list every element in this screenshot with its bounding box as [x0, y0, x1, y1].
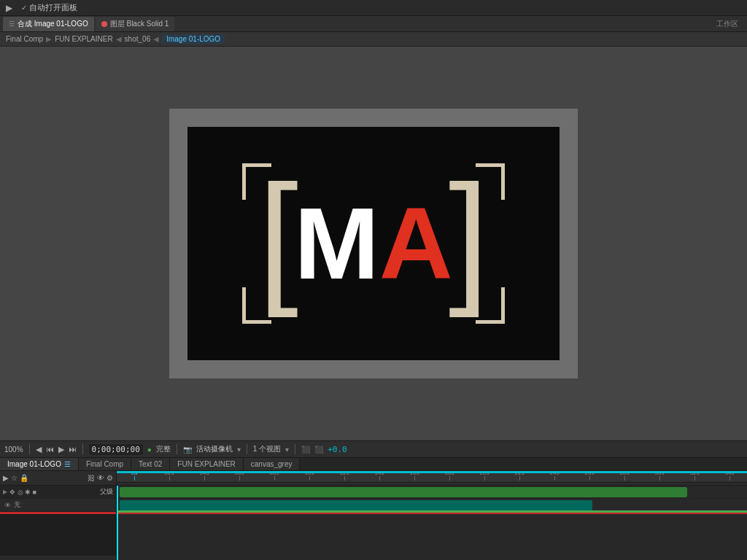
track-row-1 — [117, 486, 747, 499]
tl-canvas-label: canvas_grey — [251, 460, 293, 468]
red-top-bar — [0, 513, 116, 514]
panel-tab-bar: ☰ 合成 Image 01-LOGO 图层 Black Solid 1 工作区 — [0, 16, 747, 32]
hide-icon[interactable]: 👁 — [97, 474, 104, 482]
layer-dot-icon — [101, 21, 107, 27]
bracket-corner-tl — [242, 163, 271, 200]
view-label: 1 个视图 — [253, 444, 281, 454]
btn-step-forward[interactable]: ⏭ — [69, 445, 77, 454]
dropdown-arrow1[interactable]: ▾ — [237, 446, 241, 454]
btn-step-back[interactable]: ⏮ — [46, 445, 54, 454]
camera-icon2: ⬛ — [301, 446, 310, 454]
time-display: 0;00;00;00 — [89, 444, 143, 455]
red-track-marker — [117, 513, 747, 514]
tl-text02-label: Text 02 — [139, 460, 162, 468]
tab-composition[interactable]: ☰ 合成 Image 01-LOGO — [3, 17, 94, 31]
timeline-controls: ▶ ☆ 🔒 ⛓ 👁 ⚙ — [0, 471, 117, 485]
quality-indicator: ● — [147, 446, 152, 454]
red-track-area — [117, 512, 747, 513]
tl-tab-canvas[interactable]: canvas_grey — [244, 458, 301, 471]
auto-open-label: 自动打开面板 — [29, 2, 77, 13]
track-bar-teal — [120, 500, 592, 510]
breadcrumb-fun-explainer[interactable]: FUN EXPLAINER — [55, 35, 112, 43]
timeline-section: Image 01-LOGO ☰ Final Comp Text 02 FUN E… — [0, 458, 747, 560]
camera-label: 活动摄像机 — [196, 444, 233, 454]
tab-layer[interactable]: 图层 Black Solid 1 — [96, 17, 175, 31]
tl-finalcomp-label: Final Comp — [86, 460, 123, 468]
sep2: ◀ — [116, 35, 122, 43]
breadcrumb-shot06[interactable]: shot_06 — [125, 35, 151, 43]
playhead-line — [117, 486, 118, 560]
value-display: +0.0 — [328, 445, 347, 454]
ma-letters: M A — [294, 192, 453, 295]
layer-eye: 👁 无 — [0, 499, 116, 512]
layer-tools: ✥ ◎ ✱ ■ — [9, 489, 36, 496]
tab-comp-label: 合成 Image 01-LOGO — [18, 19, 88, 29]
top-menubar: ▶ ✓ 自动打开面板 — [0, 0, 747, 16]
bracket-corner-tr — [476, 163, 505, 200]
sep5 — [295, 444, 295, 454]
bracket-corner-br — [476, 287, 505, 324]
auto-open-checkbox[interactable]: ✓ 自动打开面板 — [21, 2, 77, 13]
eye-icon[interactable]: 👁 — [4, 502, 11, 509]
logo-container: [ M A ] — [235, 156, 512, 331]
track-bar-green1 — [120, 487, 687, 497]
letter-a: A — [379, 192, 453, 295]
playhead-marker — [117, 471, 747, 473]
preview-canvas: [ M A ] — [187, 127, 560, 360]
breadcrumb-current: Image 01-LOGO — [162, 34, 225, 44]
sep2-transport — [82, 444, 83, 454]
breadcrumb: Final Comp ▶ FUN EXPLAINER ◀ shot_06 ◀ I… — [0, 32, 747, 47]
zoom-level: 100% — [4, 446, 23, 454]
settings-icon[interactable]: ⚙ — [107, 474, 113, 482]
checkbox-icon: ✓ — [21, 4, 27, 12]
tl-funexplainer-label: FUN EXPLAINER — [177, 460, 235, 468]
dropdown-arrow2[interactable]: ▾ — [285, 446, 289, 454]
breadcrumb-final-comp[interactable]: Final Comp — [6, 35, 43, 43]
timeline-tracks — [117, 486, 747, 560]
viewer-area: [ M A ] — [0, 47, 747, 440]
tl-tab-text02[interactable]: Text 02 — [131, 458, 170, 471]
solo-icon[interactable]: ☆ — [11, 474, 18, 482]
sep-transport — [29, 444, 30, 454]
preview-outer-frame: [ M A ] — [169, 109, 578, 378]
sep3 — [177, 444, 177, 454]
tl-tab-image01[interactable]: Image 01-LOGO ☰ — [0, 458, 79, 471]
tab-layer-label: 图层 Black Solid 1 — [110, 19, 169, 29]
btn-arrow-left[interactable]: ◀ — [36, 445, 42, 454]
quality-label: 完整 — [156, 444, 171, 454]
workarea-label: 工作区 — [716, 19, 744, 29]
layer-parent-header: ▶ ✥ ◎ ✱ ■ 父级 — [0, 486, 116, 499]
red-timeline-area — [0, 512, 116, 556]
letter-m: M — [294, 192, 379, 295]
lock-icon[interactable]: 🔒 — [20, 474, 28, 482]
tl-menu-icon: ☰ — [64, 460, 71, 468]
workarea-bar — [117, 510, 747, 513]
transport-bar: 100% ◀ ⏮ ▶ ⏭ 0;00;00;00 ● 完整 📷 活动摄像机 ▾ 1… — [0, 440, 747, 458]
link-icon[interactable]: ⛓ — [88, 474, 95, 482]
bracket-corner-bl — [242, 287, 271, 324]
tl-tab-finalcomp[interactable]: Final Comp — [79, 458, 131, 471]
none-label: 无 — [14, 500, 20, 510]
expand-icon[interactable]: ▶ — [3, 474, 9, 482]
timeline-tabs: Image 01-LOGO ☰ Final Comp Text 02 FUN E… — [0, 458, 747, 471]
camera-icon: 📷 — [183, 446, 192, 454]
camera-icon3: ⬛ — [314, 446, 323, 454]
tab-menu-icon: ☰ — [9, 20, 15, 28]
sep4 — [247, 444, 247, 454]
layer-labels-panel: ▶ ✥ ◎ ✱ ■ 父级 👁 无 — [0, 486, 117, 560]
sep3: ◀ — [153, 35, 159, 43]
btn-play[interactable]: ▶ — [58, 445, 64, 454]
sep1: ▶ — [46, 35, 52, 43]
expand-layer-icon[interactable]: ▶ — [3, 489, 7, 495]
timeline-layers: ▶ ✥ ◎ ✱ ■ 父级 👁 无 — [0, 486, 747, 560]
app-icon: ▶ — [6, 3, 12, 13]
tl-active-tab-label: Image 01-LOGO — [7, 460, 61, 468]
parent-label: 父级 — [100, 487, 113, 497]
tl-tab-funexplainer[interactable]: FUN EXPLAINER — [170, 458, 243, 471]
timeline-ruler: 0s 02s 04s 06s 08s 10s 12s 14s 16s 18s 2… — [117, 471, 747, 483]
